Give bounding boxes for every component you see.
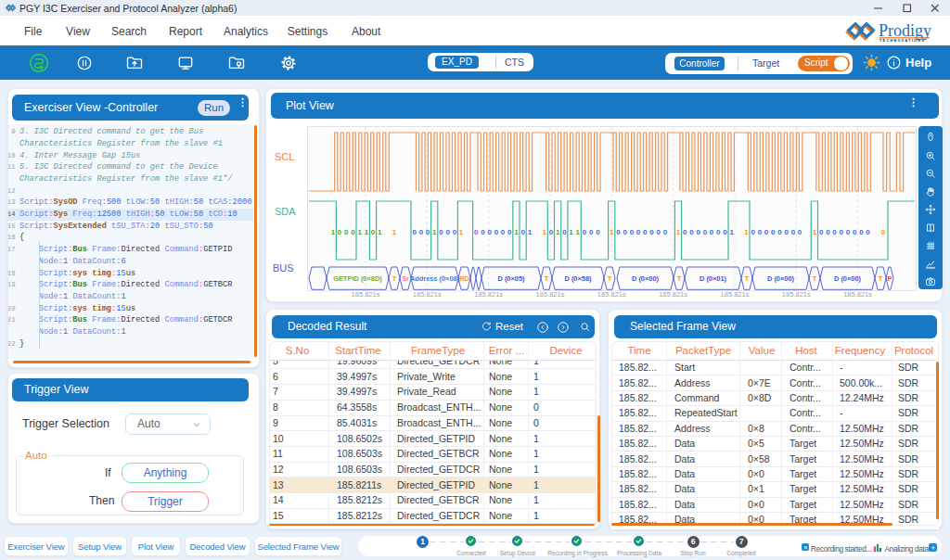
svg-text:0: 0 (623, 228, 627, 236)
svg-text:0: 0 (583, 228, 587, 236)
svg-text:0: 0 (419, 228, 424, 236)
svg-text:0: 0 (338, 228, 342, 236)
svg-text:0: 0 (723, 228, 727, 236)
svg-text:Sr: Sr (402, 274, 409, 283)
svg-text:0: 0 (751, 228, 755, 236)
svg-text:0: 0 (703, 228, 708, 236)
svg-text:185.821s: 185.821s (843, 290, 872, 299)
svg-text:0: 0 (507, 228, 512, 236)
svg-text:1: 1 (744, 228, 749, 236)
svg-text:185.821s: 185.821s (474, 290, 503, 299)
svg-text:1: 1 (432, 228, 437, 236)
svg-text:0: 0 (689, 228, 694, 236)
svg-text:0: 0 (549, 228, 554, 236)
svg-text:1: 1 (459, 228, 464, 236)
svg-text:0: 0 (562, 228, 567, 236)
svg-text:0: 0 (501, 228, 506, 236)
svg-text:0: 0 (445, 228, 450, 236)
svg-text:185.821s: 185.821s (721, 290, 750, 299)
svg-text:T: T (545, 274, 549, 283)
svg-text:0: 0 (439, 228, 443, 236)
svg-text:Address (0×08): Address (0×08) (410, 274, 460, 283)
svg-text:0: 0 (840, 228, 844, 236)
svg-text:RD: RD (459, 274, 469, 283)
svg-text:185.821s: 185.821s (659, 290, 687, 299)
svg-text:0: 0 (351, 228, 355, 236)
svg-text:D (0×05): D (0×05) (498, 274, 525, 283)
svg-text:0: 0 (881, 228, 886, 236)
svg-text:0: 0 (866, 228, 870, 236)
svg-text:GETPID (0×8D): GETPID (0×8D) (333, 274, 382, 283)
svg-text:1: 1 (392, 228, 397, 236)
svg-text:1: 1 (528, 228, 533, 236)
svg-text:1: 1 (543, 228, 547, 236)
svg-text:1: 1 (610, 228, 614, 236)
svg-text:0: 0 (683, 228, 687, 236)
svg-text:0: 0 (716, 228, 721, 236)
svg-text:TECHNOVATIONS: TECHNOVATIONS (879, 39, 925, 43)
svg-text:T: T (608, 274, 612, 283)
svg-text:1: 1 (357, 228, 362, 236)
svg-text:185.821s: 185.821s (782, 290, 811, 299)
svg-text:0: 0 (696, 228, 700, 236)
svg-text:0: 0 (649, 228, 654, 236)
svg-text:0: 0 (630, 228, 635, 236)
svg-text:0: 0 (656, 228, 661, 236)
svg-text:0: 0 (771, 228, 776, 236)
svg-text:D (0×00): D (0×00) (632, 274, 659, 283)
svg-text:1: 1 (569, 228, 573, 236)
svg-text:1: 1 (576, 228, 581, 236)
svg-text:1: 1 (556, 228, 560, 236)
svg-text:0: 0 (826, 228, 830, 236)
svg-text:0: 0 (832, 228, 837, 236)
svg-text:0: 0 (596, 228, 600, 236)
svg-text:185.821s: 185.821s (413, 290, 442, 299)
svg-text:0: 0 (426, 228, 430, 236)
svg-text:0: 0 (344, 228, 349, 236)
svg-text:D (0×58): D (0×58) (565, 274, 592, 283)
svg-text:0: 0 (859, 228, 864, 236)
svg-text:1: 1 (365, 228, 369, 236)
svg-text:T: T (813, 274, 817, 283)
svg-text:185.821s: 185.821s (352, 290, 380, 299)
svg-text:1: 1 (331, 228, 336, 236)
svg-text:0: 0 (846, 228, 851, 236)
svg-text:1: 1 (514, 228, 519, 236)
svg-text:185.821s: 185.821s (597, 290, 626, 299)
svg-text:1: 1 (676, 228, 681, 236)
svg-text:0: 0 (791, 228, 796, 236)
svg-text:0: 0 (853, 228, 857, 236)
svg-text:0: 0 (412, 228, 417, 236)
svg-text:0: 0 (371, 228, 376, 236)
svg-text:D (0×00): D (0×00) (834, 274, 861, 283)
svg-text:0: 0 (777, 228, 782, 236)
svg-text:D (0×00): D (0×00) (767, 274, 794, 283)
svg-text:0: 0 (758, 228, 763, 236)
svg-text:185.821s: 185.821s (536, 290, 565, 299)
svg-text:0: 0 (643, 228, 648, 236)
svg-text:T: T (392, 274, 397, 283)
svg-text:0: 0 (784, 228, 789, 236)
svg-text:0: 0 (589, 228, 594, 236)
svg-text:0: 0 (710, 228, 714, 236)
svg-text:1: 1 (729, 228, 734, 236)
svg-text:0: 0 (819, 228, 824, 236)
svg-text:0: 0 (798, 228, 802, 236)
svg-text:1: 1 (378, 228, 382, 236)
svg-text:0: 0 (616, 228, 621, 236)
svg-text:0: 0 (453, 228, 457, 236)
svg-text:0: 0 (663, 228, 668, 236)
svg-text:0: 0 (487, 228, 492, 236)
svg-text:0: 0 (636, 228, 641, 236)
svg-text:D (0×01): D (0×01) (700, 274, 726, 283)
svg-text:Prodigy: Prodigy (879, 21, 931, 40)
svg-text:T: T (677, 274, 682, 283)
svg-text:0: 0 (481, 228, 485, 236)
svg-text:1: 1 (813, 228, 817, 236)
svg-text:0: 0 (494, 228, 499, 236)
svg-text:T: T (745, 274, 750, 283)
svg-text:T: T (879, 274, 883, 283)
svg-text:0: 0 (474, 228, 479, 236)
svg-text:0: 0 (764, 228, 769, 236)
svg-text:P: P (888, 274, 892, 283)
